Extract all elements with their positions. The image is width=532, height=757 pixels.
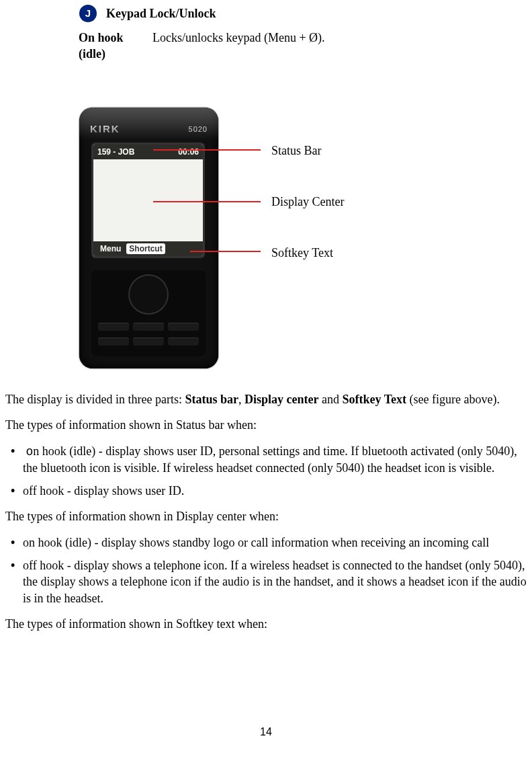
phone-softkey-bar: Menu Shortcut [93, 241, 203, 256]
list-item: on hook (idle) - display shows standby l… [23, 534, 527, 551]
paragraph-3: The types of information shown in Displa… [5, 508, 527, 524]
page: J Keypad Lock/Unlock On hook (idle) Lock… [0, 0, 532, 757]
li1-first-char: o [26, 445, 34, 459]
status-bar-list: on hook (idle) - display shows user ID, … [5, 443, 527, 500]
definition-row: On hook (idle) Locks/unlocks keypad (Men… [79, 30, 325, 63]
callout-line-status [153, 149, 261, 151]
p1d: Display center [245, 393, 318, 406]
p1f: Softkey Text [342, 393, 406, 406]
callout-display-center: Display Center [271, 194, 344, 210]
callout-softkey-text: Softkey Text [271, 245, 333, 261]
list-item: on hook (idle) - display shows user ID, … [23, 443, 527, 477]
callout-line-center [153, 201, 261, 202]
section-marker-icon: J [79, 5, 97, 22]
keypad-keys-icon [98, 323, 199, 348]
p1b: Status bar [185, 393, 238, 406]
phone-model: 5020 [189, 122, 208, 136]
status-left: 159 - JOB [97, 147, 134, 157]
p1e: and [318, 393, 342, 406]
paragraph-2: The types of information shown in Status… [5, 417, 527, 433]
definition-body: Locks/unlocks keypad (Menu + Ø). [152, 30, 325, 63]
list-item: off hook - display shows user ID. [23, 483, 527, 499]
paragraph-4: The types of information shown in Softke… [5, 616, 527, 632]
p1g: (see figure above). [406, 393, 500, 406]
phone-status-bar: 159 - JOB 00:06 [93, 145, 203, 159]
callout-status-bar: Status Bar [271, 143, 322, 159]
section-title: Keypad Lock/Unlock [106, 5, 216, 22]
phone-brand: KIRK [90, 122, 120, 136]
page-number: 14 [0, 725, 532, 740]
list-item: off hook - display shows a telephone ico… [23, 557, 527, 606]
phone-screen: 159 - JOB 00:06 Menu Shortcut [91, 143, 205, 258]
phone-keypad [91, 270, 206, 356]
phone-display-center [93, 159, 203, 241]
status-right: 00:06 [178, 147, 199, 157]
p1c: , [238, 393, 245, 406]
p1a: The display is divided in three parts: [5, 393, 185, 406]
li1-rest: n hook (idle) - display shows user ID, p… [23, 444, 517, 475]
softkey-right: Shortcut [126, 243, 165, 254]
paragraph-1: The display is divided in three parts: S… [5, 391, 527, 407]
softkey-left: Menu [97, 243, 124, 254]
callout-line-softkey [190, 251, 261, 252]
display-center-list: on hook (idle) - display shows standby l… [5, 534, 527, 606]
section-header: J Keypad Lock/Unlock [79, 5, 216, 22]
figure: KIRK 5020 159 - JOB 00:06 Menu Shortcut [79, 108, 469, 376]
definition-term: On hook (idle) [79, 30, 152, 63]
body-text: The display is divided in three parts: S… [0, 391, 532, 641]
phone-brand-row: KIRK 5020 [79, 122, 218, 136]
phone-illustration: KIRK 5020 159 - JOB 00:06 Menu Shortcut [79, 108, 218, 368]
